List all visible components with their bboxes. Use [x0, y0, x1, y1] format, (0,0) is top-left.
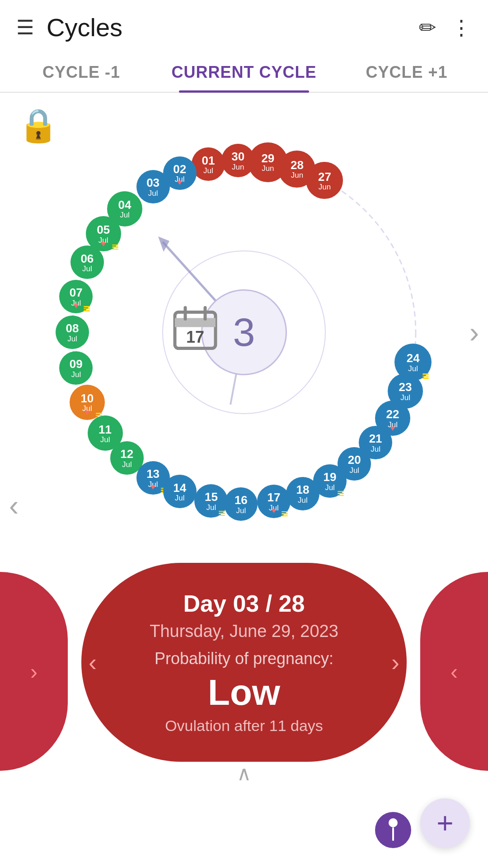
day-dot[interactable]: 14Jul: [163, 475, 197, 508]
menu-icon[interactable]: ☰: [16, 18, 34, 38]
svg-point-10: [389, 818, 398, 827]
day-dot[interactable]: 30Jun: [221, 144, 255, 177]
day-dot[interactable]: 07Jul♥: [59, 280, 93, 313]
tab-cycle-plus1[interactable]: CYCLE +1: [325, 50, 488, 92]
info-card-date: Thursday, June 29, 2023: [150, 622, 338, 641]
info-section: › ‹ ‹ › Day 03 / 28 Thursday, June 29, 2…: [0, 572, 488, 789]
side-circle-left: ›: [0, 572, 68, 771]
side-left-arrow[interactable]: ›: [30, 659, 38, 684]
page-title: Cycles: [47, 13, 404, 42]
header: ☰ Cycles ✏ ⋮: [0, 0, 488, 50]
add-button[interactable]: +: [420, 798, 470, 848]
chevron-up-icon[interactable]: ∧: [237, 762, 251, 789]
edit-icon[interactable]: ✏: [419, 15, 436, 40]
info-nav-left-arrow[interactable]: ‹: [89, 648, 97, 676]
cycle-wheel-area: 🔒 › ‹ 3 17: [0, 93, 488, 572]
info-nav-right-arrow[interactable]: ›: [391, 648, 399, 676]
wheel-nav-right[interactable]: ›: [469, 316, 479, 349]
info-card-ovulation: Ovulation after 11 days: [165, 717, 323, 735]
pin-button[interactable]: [375, 812, 411, 848]
day-dot[interactable]: 10Jul♥: [70, 385, 105, 420]
info-card-prob-value: Low: [208, 672, 280, 713]
day-dot[interactable]: 16Jul: [224, 487, 258, 521]
day-dot[interactable]: 06Jul: [70, 245, 104, 279]
wheel-nav-left[interactable]: ‹: [9, 489, 19, 522]
side-right-arrow[interactable]: ‹: [450, 659, 458, 684]
side-circle-right: ‹: [420, 572, 488, 771]
info-card-prob-label: Probability of pregnancy:: [155, 649, 333, 668]
svg-rect-11: [392, 827, 394, 841]
day-dot[interactable]: 09Jul: [59, 351, 93, 385]
info-card-day: Day 03 / 28: [183, 590, 305, 617]
day-dot[interactable]: 03Jul: [136, 170, 170, 203]
day-dot[interactable]: 08Jul: [56, 316, 89, 349]
cycle-wheel: 3 17 29Jun28Jun27Jun30Jun01Jul02Jul♥03Ju…: [41, 115, 447, 549]
day-dot[interactable]: 27Jun: [306, 162, 343, 199]
tab-current-cycle[interactable]: CURRENT CYCLE: [163, 50, 325, 92]
day-dot[interactable]: 17Jul♥: [257, 485, 291, 518]
bottom-row: +: [0, 789, 488, 866]
more-icon[interactable]: ⋮: [451, 15, 472, 40]
day-dot[interactable]: 01Jul: [192, 147, 225, 181]
day-dot[interactable]: 24Jul: [394, 344, 432, 381]
tab-cycle-minus1[interactable]: CYCLE -1: [0, 50, 163, 92]
tabs-bar: CYCLE -1 CURRENT CYCLE CYCLE +1: [0, 50, 488, 93]
day-dot[interactable]: 15Jul: [194, 484, 228, 518]
info-card: ‹ › Day 03 / 28 Thursday, June 29, 2023 …: [81, 563, 407, 762]
